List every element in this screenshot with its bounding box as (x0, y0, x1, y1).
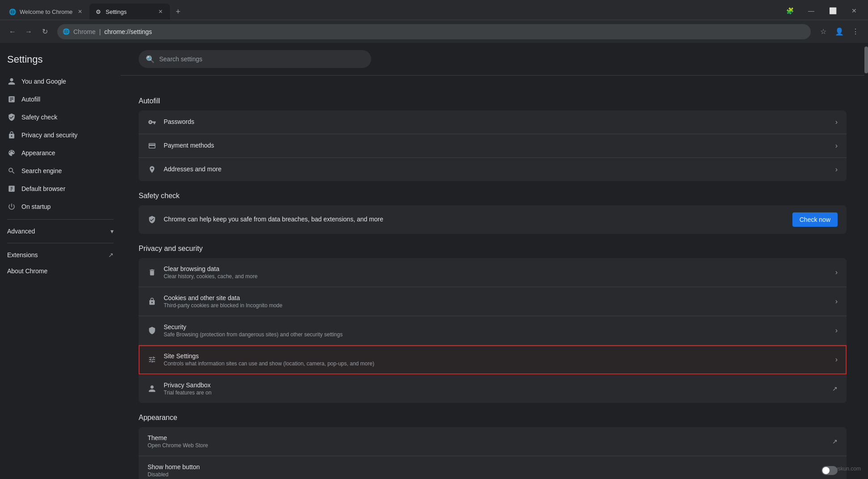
autofill-section-title: Autofill (139, 97, 847, 105)
bookmark-button[interactable]: ☆ (816, 25, 830, 39)
safety-check-row-icon (148, 215, 157, 224)
address-separator: | (97, 28, 102, 35)
sidebar-item-search-engine[interactable]: Search engine (0, 162, 117, 180)
settings-content: Autofill Passwords › (121, 76, 864, 479)
privacy-security-card: Clear browsing data Clear history, cooki… (139, 258, 847, 403)
security-subtitle: Safe Browsing (protection from dangerous… (164, 331, 828, 338)
address-path: chrome://settings (104, 28, 152, 35)
sidebar-item-you-and-google[interactable]: You and Google (0, 72, 117, 90)
new-tab-button[interactable]: + (172, 5, 184, 18)
privacy-sandbox-title: Privacy Sandbox (164, 382, 825, 389)
address-domain: Chrome (73, 28, 96, 35)
security-title: Security (164, 323, 828, 331)
safety-check-row: Chrome can help keep you safe from data … (139, 205, 847, 234)
theme-row[interactable]: Theme Open Chrome Web Store ↗ (139, 427, 847, 456)
search-input[interactable] (159, 55, 364, 63)
page-content: Settings You and Google Autofill Safety … (0, 43, 868, 479)
sidebar-item-autofill-label: Autofill (21, 96, 110, 103)
addresses-row[interactable]: Addresses and more › (139, 158, 847, 181)
sidebar-item-default-browser-label: Default browser (21, 185, 110, 192)
payment-icon (148, 141, 157, 150)
privacy-sandbox-icon (148, 384, 157, 393)
cookies-row[interactable]: Cookies and other site data Third-party … (139, 287, 847, 316)
addresses-icon (148, 165, 157, 174)
tab-settings-close[interactable]: ✕ (157, 8, 165, 16)
addresses-content: Addresses and more (164, 165, 828, 174)
refresh-button[interactable]: ↻ (38, 25, 52, 39)
passwords-icon (148, 118, 157, 127)
sidebar-item-extensions[interactable]: Extensions ↗ (0, 247, 121, 263)
profile-button[interactable]: 👤 (832, 25, 847, 39)
passwords-row[interactable]: Passwords › (139, 110, 847, 134)
window-extensions-btn[interactable]: 🧩 (779, 4, 800, 18)
clear-data-icon (148, 268, 157, 277)
theme-external: ↗ (832, 438, 838, 445)
sidebar-item-on-startup-label: On startup (21, 203, 110, 210)
sidebar-item-on-startup[interactable]: On startup (0, 198, 117, 216)
tab-bar: 🌐 Welcome to Chrome ✕ ⚙ Settings ✕ + 🧩 —… (0, 0, 868, 20)
sidebar-item-autofill[interactable]: Autofill (0, 90, 117, 108)
search-engine-icon (7, 166, 16, 175)
sidebar-advanced-label: Advanced (7, 228, 35, 235)
appearance-section-title: Appearance (139, 414, 847, 422)
payment-methods-row[interactable]: Payment methods › (139, 134, 847, 158)
sidebar-item-appearance[interactable]: Appearance (0, 144, 117, 162)
clear-data-content: Clear browsing data Clear history, cooki… (164, 265, 828, 280)
sidebar-item-about-chrome[interactable]: About Chrome (0, 263, 117, 279)
person-icon (7, 77, 16, 86)
forward-button[interactable]: → (21, 25, 36, 39)
check-now-button[interactable]: Check now (792, 212, 838, 227)
sidebar: Settings You and Google Autofill Safety … (0, 43, 121, 479)
passwords-title: Passwords (164, 118, 828, 125)
tab-welcome[interactable]: 🌐 Welcome to Chrome ✕ (4, 4, 89, 20)
passwords-chevron: › (835, 118, 838, 126)
clear-data-chevron: › (835, 268, 838, 276)
sidebar-item-privacy-security[interactable]: Privacy and security (0, 126, 117, 144)
settings-header: 🔍 (121, 43, 864, 76)
browser-controls: ← → ↻ 🌐 Chrome | chrome://settings ☆ 👤 ⋮ (0, 20, 868, 43)
theme-subtitle: Open Chrome Web Store (148, 442, 825, 449)
privacy-sandbox-subtitle: Trial features are on (164, 390, 825, 396)
window-minimize-btn[interactable]: — (801, 4, 821, 18)
addresses-title: Addresses and more (164, 165, 828, 173)
clear-browsing-data-row[interactable]: Clear browsing data Clear history, cooki… (139, 258, 847, 287)
back-button[interactable]: ← (5, 25, 20, 39)
window-close-btn[interactable]: ✕ (844, 4, 864, 18)
security-row[interactable]: Security Safe Browsing (protection from … (139, 316, 847, 345)
search-bar[interactable]: 🔍 (139, 50, 371, 68)
site-settings-row[interactable]: Site Settings Controls what information … (139, 345, 847, 374)
sidebar-item-you-and-google-label: You and Google (21, 78, 110, 85)
tab-settings-icon: ⚙ (95, 8, 102, 15)
scrollbar-thumb[interactable] (864, 47, 868, 73)
menu-button[interactable]: ⋮ (848, 25, 863, 39)
default-browser-icon (7, 184, 16, 193)
privacy-security-section-title: Privacy and security (139, 245, 847, 253)
scrollbar-track[interactable] (864, 43, 868, 479)
addresses-chevron: › (835, 165, 838, 174)
address-text: Chrome | chrome://settings (73, 28, 152, 35)
sidebar-item-default-browser[interactable]: Default browser (0, 180, 117, 198)
on-startup-icon (7, 202, 16, 211)
passwords-content: Passwords (164, 118, 828, 126)
watermark: wskun.com (834, 466, 861, 472)
tab-welcome-icon: 🌐 (9, 8, 16, 15)
safety-check-content: Chrome can help keep you safe from data … (164, 216, 785, 224)
sidebar-extensions-label: Extensions (7, 251, 38, 259)
tab-welcome-close[interactable]: ✕ (76, 8, 84, 16)
sidebar-item-safety-check[interactable]: Safety check (0, 108, 117, 126)
tab-settings-label: Settings (106, 8, 153, 15)
sidebar-advanced-header[interactable]: Advanced ▾ (0, 223, 121, 239)
address-bar[interactable]: 🌐 Chrome | chrome://settings (57, 24, 811, 39)
privacy-sandbox-row[interactable]: Privacy Sandbox Trial features are on ↗ (139, 374, 847, 403)
safety-check-icon (7, 113, 16, 122)
cookies-icon (148, 297, 157, 306)
payment-content: Payment methods (164, 142, 828, 150)
search-icon: 🔍 (146, 55, 155, 64)
sidebar-about-chrome-label: About Chrome (7, 267, 110, 275)
show-home-button-row[interactable]: Show home button Disabled (139, 456, 847, 479)
window-maximize-btn[interactable]: ⬜ (822, 4, 843, 18)
security-content: Security Safe Browsing (protection from … (164, 323, 828, 338)
tab-settings[interactable]: ⚙ Settings ✕ (89, 4, 170, 20)
cookies-title: Cookies and other site data (164, 294, 828, 301)
sidebar-item-privacy-label: Privacy and security (21, 131, 110, 139)
